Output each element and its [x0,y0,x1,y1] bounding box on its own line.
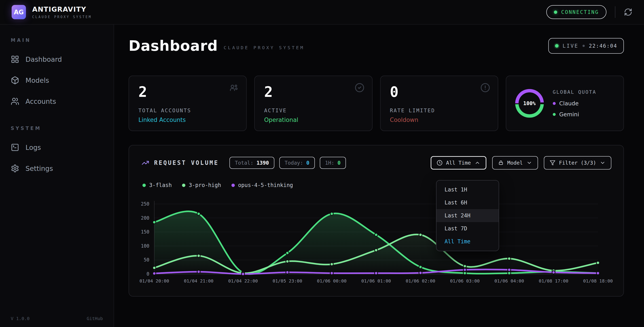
live-dot-icon [555,44,558,48]
svg-text:150: 150 [141,229,149,235]
svg-text:01/04 21:00: 01/04 21:00 [184,278,213,284]
quota-item-label: Gemini [559,111,579,118]
sidebar-item-settings[interactable]: Settings [0,158,114,179]
quota-item-label: Claude [559,100,579,107]
stat-label: TOTAL ACCOUNTS [138,108,237,114]
stat-label: RATE LIMITED [390,108,488,114]
legend-label: opus-4-5-thinking [238,182,293,188]
live-clock: 22:46:04 [589,43,617,49]
svg-text:01/08 18:00: 01/08 18:00 [583,278,613,284]
svg-text:01/06 00:00: 01/06 00:00 [317,278,346,284]
request-volume-chart: 05010015020025001/04 20:0001/04 21:0001/… [134,196,616,286]
quota-donut-chart: 100% [515,89,544,118]
sidebar-item-logs[interactable]: Logs [0,137,114,158]
dropdown-item-all-time[interactable]: All Time [436,235,499,248]
page-tagline: CLAUDE PROXY SYSTEM [224,45,304,50]
legend-label: 3-flash [149,182,172,188]
svg-text:250: 250 [141,201,149,207]
quota-percent: 100% [523,100,536,106]
series-dot-icon [142,184,146,187]
alert-circle-icon [480,83,490,94]
users-icon [229,83,238,94]
svg-text:01/06 01:00: 01/06 01:00 [361,278,391,284]
refresh-button[interactable] [624,8,632,16]
sidebar-item-dashboard[interactable]: Dashboard [0,49,114,70]
sidebar: MAIN Dashboard Models Accounts SYSTEM Lo… [0,24,114,327]
terminal-icon [11,143,19,152]
dropdown-item-last-7d[interactable]: Last 7D [436,222,499,235]
gemini-dot-icon [553,113,556,116]
legend-item-3-pro-high[interactable]: 3-pro-high [182,182,221,188]
funnel-icon [550,160,556,166]
stat-value: 0 [390,84,488,100]
legend-label: 3-pro-high [189,182,221,188]
sidebar-section-system: SYSTEM [11,126,114,131]
svg-text:01/04 22:00: 01/04 22:00 [228,278,258,284]
panel-title: REQUEST VOLUME [154,160,219,166]
sidebar-footer: V 1.0.0 GitHub [11,316,103,321]
stat-value: 2 [138,84,237,100]
gear-icon [11,164,19,173]
grid-icon [11,55,19,64]
legend-item-3-flash[interactable]: 3-flash [142,182,172,188]
claude-dot-icon [553,102,556,105]
trending-up-icon [142,159,149,167]
svg-text:01/04 20:00: 01/04 20:00 [140,278,169,284]
one-hour-chip: 1H: 0 [320,157,346,169]
stat-label: ACTIVE [264,108,362,114]
stat-sub: Cooldown [390,116,488,123]
stats-row: 2 TOTAL ACCOUNTS Linked Accounts 2 ACTIV… [128,76,624,131]
brand-block: ANTIGRAVITY CLAUDE PROXY SYSTEM [32,5,92,19]
svg-text:01/08 17:00: 01/08 17:00 [539,278,568,284]
brand-title: ANTIGRAVITY [32,5,92,13]
dropdown-item-last-6h[interactable]: Last 6H [436,196,499,209]
time-range-dropdown: Last 1H Last 6H Last 24H Last 7D All Tim… [436,180,499,251]
sidebar-item-models[interactable]: Models [0,70,114,91]
clock-icon [437,160,442,166]
users-icon [11,97,19,106]
sidebar-item-label: Models [26,76,49,84]
chevron-up-icon [474,160,480,166]
stat-value: 2 [264,84,362,100]
live-label: LIVE [562,43,578,49]
live-badge: LIVE 22:46:04 [548,38,624,54]
connection-status-badge: CONNECTING [546,5,606,19]
app-version: V 1.0.0 [11,316,30,321]
today-chip: Today: 0 [279,157,315,169]
svg-text:01/06 02:00: 01/06 02:00 [406,278,435,284]
panel-header: REQUEST VOLUME Total: 1390 Today: 0 1H: … [142,156,611,170]
sidebar-item-label: Dashboard [26,56,62,63]
stat-chips: Total: 1390 Today: 0 1H: 0 [230,157,346,169]
svg-text:01/06 03:00: 01/06 03:00 [450,278,480,284]
quota-item-claude: Claude [553,100,596,107]
quota-label: GLOBAL QUOTA [553,89,596,95]
quota-item-gemini: Gemini [553,111,596,118]
github-link[interactable]: GitHub [87,316,103,321]
chevron-down-icon [600,160,606,166]
lock-icon [498,160,504,166]
check-circle-icon [355,83,364,94]
chevron-down-icon [526,160,532,166]
brand-tagline: CLAUDE PROXY SYSTEM [32,15,92,19]
chart-controls: All Time Model Filter (3/3) [431,156,611,170]
filter-button[interactable]: Filter (3/3) [544,156,611,170]
stat-card-rate-limited: 0 RATE LIMITED Cooldown [380,76,498,131]
request-volume-panel: REQUEST VOLUME Total: 1390 Today: 0 1H: … [128,145,624,296]
page-header: Dashboard CLAUDE PROXY SYSTEM LIVE 22:46… [128,38,624,54]
stat-card-active: 2 ACTIVE Operational [254,76,372,131]
stat-sub: Operational [264,116,362,123]
svg-text:01/05 23:00: 01/05 23:00 [272,278,302,284]
svg-text:200: 200 [141,216,149,221]
legend-item-opus[interactable]: opus-4-5-thinking [232,182,293,188]
time-range-button[interactable]: All Time [431,156,486,170]
dot-separator-icon [582,45,585,47]
dropdown-item-last-24h[interactable]: Last 24H [436,209,499,222]
chart-legend: 3-flash 3-pro-high opus-4-5-thinking [142,182,293,188]
model-filter-button[interactable]: Model [492,156,538,170]
svg-text:100: 100 [141,243,149,249]
sidebar-item-label: Settings [26,164,53,172]
stat-card-global-quota: 100% GLOBAL QUOTA Claude Gemini [506,76,624,131]
dropdown-item-last-1h[interactable]: Last 1H [436,183,499,196]
sidebar-item-accounts[interactable]: Accounts [0,91,114,112]
sidebar-section-main: MAIN [11,38,114,43]
